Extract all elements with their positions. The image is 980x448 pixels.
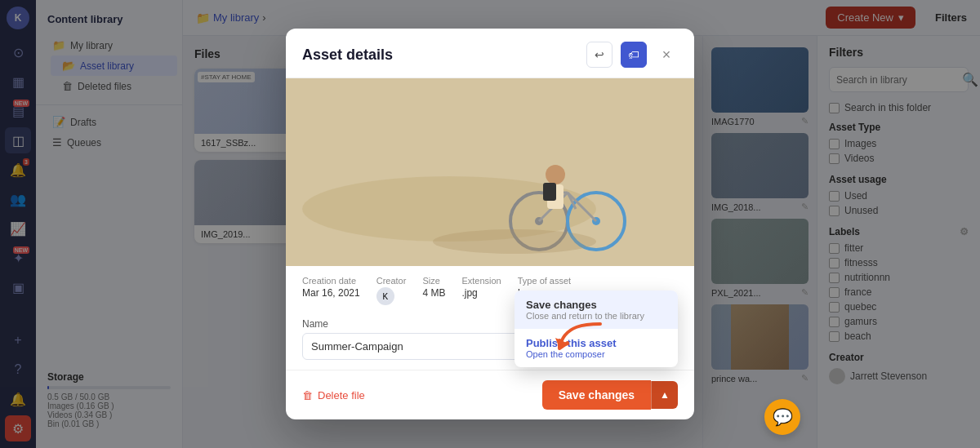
history-icon: ↩	[595, 48, 604, 61]
meta-creator: Creator K	[376, 276, 407, 305]
tag-button[interactable]: 🏷	[621, 42, 647, 68]
delete-label: Delete file	[318, 389, 365, 401]
chevron-up-icon: ▲	[660, 389, 670, 401]
tag-icon: 🏷	[628, 48, 639, 61]
creation-date-label: Creation date	[302, 276, 360, 286]
creation-date-value: Mar 16, 2021	[302, 287, 360, 299]
creator-label: Creator	[376, 276, 407, 286]
save-chevron-button[interactable]: ▲	[651, 381, 678, 409]
asset-details-modal: Asset details ↩ 🏷 ×	[286, 29, 694, 419]
footer-right: Save changes Close and return to the lib…	[542, 380, 678, 410]
modal-image	[286, 78, 694, 266]
history-button[interactable]: ↩	[586, 42, 612, 68]
chat-bubble-button[interactable]: 💬	[764, 399, 800, 435]
modal-overlay[interactable]: Asset details ↩ 🏷 ×	[0, 0, 980, 448]
save-changes-button[interactable]: Save changes	[542, 380, 651, 410]
trash-icon: 🗑	[302, 389, 313, 401]
size-value: 4 MB	[422, 287, 445, 299]
creator-avatar: K	[376, 287, 394, 305]
meta-extension: Extension .jpg	[461, 276, 501, 305]
meta-size: Size 4 MB	[422, 276, 445, 305]
modal-image-svg	[286, 78, 694, 266]
close-icon: ×	[662, 47, 671, 64]
extension-value: .jpg	[461, 287, 501, 299]
modal-title: Asset details	[302, 47, 578, 64]
modal-close-button[interactable]: ×	[655, 43, 678, 66]
extension-label: Extension	[461, 276, 501, 286]
meta-creation-date: Creation date Mar 16, 2021	[302, 276, 360, 305]
size-label: Size	[422, 276, 445, 286]
modal-footer: 🗑 Delete file Save changes Close and ret…	[286, 370, 694, 419]
svg-point-13	[433, 229, 596, 254]
delete-file-button[interactable]: 🗑 Delete file	[302, 389, 365, 401]
asset-type-label: Type of asset	[518, 276, 571, 286]
svg-point-10	[546, 165, 565, 184]
save-changes-label: Save changes	[559, 388, 635, 401]
modal-header: Asset details ↩ 🏷 ×	[286, 29, 694, 78]
save-dropdown-save-title: Save changes	[526, 299, 666, 311]
arrow-indicator	[555, 320, 604, 364]
svg-rect-12	[543, 183, 556, 201]
